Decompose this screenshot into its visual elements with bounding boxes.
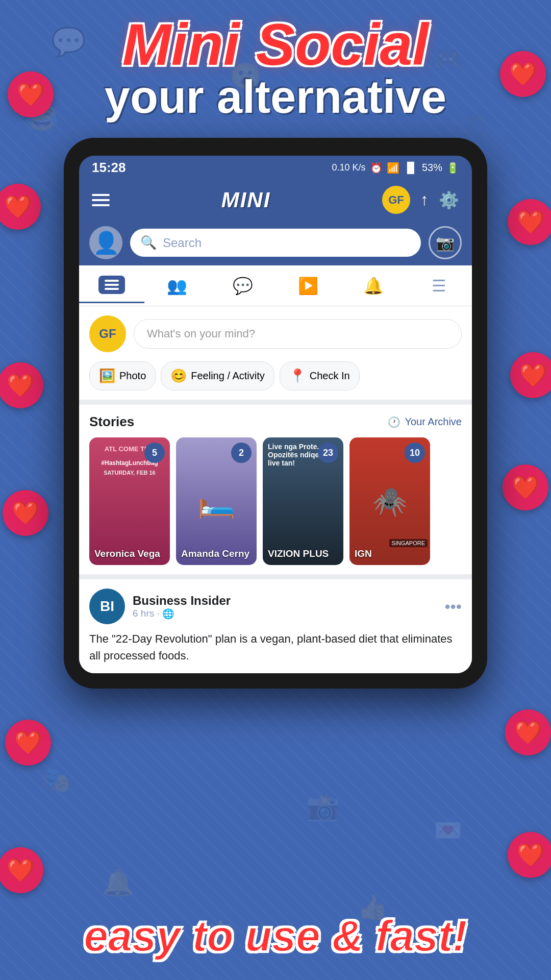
tab-messenger[interactable]: 💬 [210, 268, 276, 303]
post-action-buttons: 🖼️ Photo 😊 Feeling / Activity 📍 Check In [89, 361, 462, 390]
story-name-2: Amanda Cerny [181, 548, 249, 560]
hamburger-menu[interactable] [92, 194, 110, 206]
photo-button[interactable]: 🖼️ Photo [89, 361, 156, 390]
post-time-dot: · [157, 608, 159, 619]
messenger-icon: 💬 [233, 276, 253, 296]
tab-friends[interactable]: 👥 [144, 268, 210, 303]
friends-icon: 👥 [167, 276, 187, 296]
heart-decoration-2: ❤️ [0, 184, 41, 230]
post-time-value: 6 hrs [133, 608, 154, 619]
story-name-4: IGN [355, 548, 372, 560]
tagline-text: easy to use & fast! [20, 912, 531, 960]
bell-icon: 🔔 [363, 276, 384, 296]
heart-decoration-10: ❤️ [503, 464, 548, 510]
hamburger-line-1 [92, 194, 110, 196]
status-icons: 0.10 K/s ⏰ 📶 ▐▌ 53% 🔋 [332, 162, 459, 174]
post-input[interactable]: What's on your mind? [134, 319, 462, 349]
post-content-text: The "22-Day Revolution" plan is a vegan,… [89, 630, 462, 664]
tab-watch[interactable]: ▶️ [276, 268, 341, 303]
story-badge-4: 10 [405, 443, 425, 463]
hamburger-line-3 [92, 204, 110, 206]
tab-notifications[interactable]: 🔔 [341, 268, 406, 303]
header-icons: GF ↑ ⚙️ [382, 186, 459, 214]
tab-more[interactable]: ☰ [407, 268, 472, 303]
upload-icon[interactable]: ↑ [420, 190, 429, 209]
checkin-button[interactable]: 📍 Check In [280, 361, 360, 390]
heart-decoration-3: ❤️ [0, 362, 43, 408]
battery-text: 53% [422, 162, 442, 174]
phone-screen: 👤 🔍 Search 📷 [79, 220, 472, 673]
phone-mockup: 15:28 0.10 K/s ⏰ 📶 ▐▌ 53% 🔋 MINI GF [64, 138, 487, 689]
story-item-3[interactable]: Live nga Prote... Opozitës ndiqeni live … [263, 437, 343, 565]
post-input-row: GF What's on your mind? [89, 315, 462, 352]
watch-icon: ▶️ [298, 276, 318, 296]
post-header: BI Business Insider 6 hrs · 🌐 [89, 589, 462, 624]
story-name-1: Veronica Vega [94, 548, 160, 560]
settings-icon[interactable]: ⚙️ [439, 190, 459, 210]
stories-grid: ATL COME TH... #HashtagLunchbag SATURDAY… [89, 437, 462, 565]
post-globe-icon: 🌐 [162, 608, 174, 620]
phone-frame: 15:28 0.10 K/s ⏰ 📶 ▐▌ 53% 🔋 MINI GF [64, 138, 487, 689]
story-name-3: VIZION PLUS [268, 548, 329, 560]
status-speed: 0.10 K/s [332, 162, 366, 173]
heart-decoration-11: ❤️ [505, 709, 551, 755]
user-avatar-search[interactable]: 👤 [89, 226, 122, 259]
status-bar: 15:28 0.10 K/s ⏰ 📶 ▐▌ 53% 🔋 [79, 156, 472, 180]
archive-label: Your Archive [405, 416, 462, 428]
stories-section: Stories 🕐 Your Archive ATL COME TH... #H… [79, 405, 472, 579]
story-item-4[interactable]: 🕷️ SINGAPORE 10 IGN [349, 437, 430, 565]
alarm-icon: ⏰ [370, 162, 383, 174]
title-section: Mini Social your alternative [0, 15, 551, 120]
post-author-avatar: BI [89, 589, 125, 624]
archive-button[interactable]: 🕐 Your Archive [388, 416, 462, 428]
post-create-section: GF What's on your mind? 🖼️ Photo 😊 [79, 306, 472, 405]
feed-icon [98, 276, 125, 294]
post-more-button[interactable]: ••• [444, 597, 462, 616]
status-time: 15:28 [92, 160, 126, 176]
post-placeholder: What's on your mind? [147, 327, 255, 340]
story-item-2[interactable]: 🛏️ 2 Amanda Cerny [176, 437, 257, 565]
heart-decoration-8: ❤️ [508, 199, 551, 245]
post-user-info: BI Business Insider 6 hrs · 🌐 [89, 589, 231, 624]
post-user-avatar: GF [89, 315, 126, 352]
heart-decoration-6: ❤️ [0, 847, 43, 893]
search-placeholder: Search [163, 236, 202, 250]
heart-decoration-4: ❤️ [3, 490, 48, 536]
camera-icon: 📷 [436, 234, 455, 252]
search-bar[interactable]: 🔍 Search [130, 229, 421, 257]
heart-decoration-5: ❤️ [5, 720, 51, 766]
post-author-initials: BI [100, 598, 114, 615]
checkin-label: Check In [310, 370, 350, 382]
checkin-icon: 📍 [289, 368, 306, 384]
profile-button[interactable]: GF [382, 186, 410, 214]
tab-feed[interactable] [79, 268, 144, 303]
profile-initials: GF [388, 193, 404, 207]
app-title: Mini Social [0, 15, 551, 74]
post-author-details: Business Insider 6 hrs · 🌐 [133, 594, 231, 620]
feeling-icon: 😊 [170, 368, 187, 384]
photo-label: Photo [119, 370, 146, 382]
app-subtitle: your alternative [0, 74, 551, 120]
feeling-activity-button[interactable]: 😊 Feeling / Activity [161, 361, 274, 390]
heart-decoration-9: ❤️ [510, 352, 551, 398]
feeling-label: Feeling / Activity [191, 370, 265, 382]
nav-tabs: 👥 💬 ▶️ 🔔 ☰ [79, 265, 472, 306]
more-icon: ☰ [432, 276, 446, 296]
story-badge-2: 2 [231, 443, 252, 463]
stories-header: Stories 🕐 Your Archive [89, 414, 462, 430]
post-section: BI Business Insider 6 hrs · 🌐 [79, 579, 472, 673]
signal-icon: ▐▌ [404, 162, 418, 174]
story-item-1[interactable]: ATL COME TH... #HashtagLunchbag SATURDAY… [89, 437, 170, 565]
post-time: 6 hrs · 🌐 [133, 608, 231, 620]
post-avatar-initials: GF [99, 327, 116, 341]
archive-icon: 🕐 [388, 416, 400, 428]
story-badge-1: 5 [144, 443, 165, 463]
app-logo: MINI [221, 188, 271, 212]
battery-icon: 🔋 [446, 162, 459, 174]
stories-title: Stories [89, 414, 134, 430]
story-badge-3: 23 [318, 443, 338, 463]
post-author-name: Business Insider [133, 594, 231, 608]
heart-decoration-12: ❤️ [508, 832, 551, 878]
camera-button[interactable]: 📷 [429, 226, 462, 259]
photo-icon: 🖼️ [99, 368, 115, 384]
